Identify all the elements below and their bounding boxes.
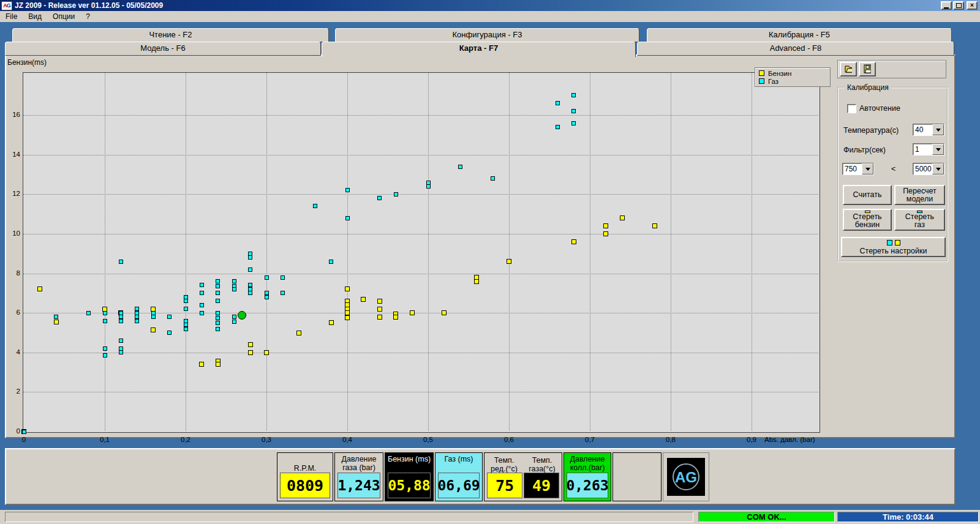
recalc-model-button[interactable]: Пересчет модели	[894, 185, 945, 205]
restore-button[interactable]	[953, 1, 964, 10]
legend-label: Бензин	[768, 70, 791, 77]
menu-item-options[interactable]: Опции	[47, 12, 80, 21]
legend-swatch-icon	[759, 78, 764, 84]
rpm-label: R.P.M.	[277, 453, 333, 473]
gas-pressure-cell: Давление газа (bar) 1,243	[334, 452, 383, 501]
temp-gas-value: 49	[524, 473, 559, 498]
gas-ms-value: 06,69	[438, 473, 480, 498]
svg-text:AG: AG	[675, 469, 697, 485]
manifold-pressure-value: 0,263	[567, 473, 608, 498]
close-button[interactable]: ×	[967, 1, 978, 10]
calibration-group-title: Калибрация	[845, 83, 891, 92]
minimize-icon	[944, 6, 949, 9]
benzin-color-icon	[895, 240, 900, 245]
gas-pressure-label: Давление газа (bar)	[335, 453, 383, 472]
tab-model-f6[interactable]: Модель - F6	[5, 42, 321, 56]
erase-settings-button[interactable]: Стереть настройки	[841, 237, 946, 257]
tab-calibration-f5[interactable]: Калибрация - F5	[647, 28, 952, 42]
temperature-select[interactable]: 40	[913, 124, 944, 136]
restore-icon	[956, 3, 962, 8]
open-file-button[interactable]	[840, 62, 857, 77]
menu-item-file[interactable]: File	[0, 12, 23, 21]
gas-ms-label: Газ (ms)	[435, 453, 482, 463]
chevron-down-icon[interactable]	[862, 163, 873, 174]
legend-swatch-icon	[759, 70, 764, 76]
open-folder-icon	[845, 64, 852, 74]
erase-benzin-button[interactable]: Стереть бензин	[843, 209, 892, 231]
telemetry-panel: R.P.M. 0809 Давление газа (bar) 1,243 Бе…	[5, 448, 956, 505]
chart-legend: БензинГаз	[755, 67, 831, 87]
filter-select[interactable]: 1	[913, 143, 944, 155]
tab-reading-f2[interactable]: Чтение - F2	[12, 28, 329, 42]
save-floppy-icon	[864, 64, 871, 74]
rpm-range-separator: <	[891, 165, 895, 173]
window-title: JZ 2009 - Release ver 01.12.05 - 05/05/2…	[15, 1, 163, 10]
temperature-cell: Темп. ред.(°c) Темп. газа(°c) 75 49	[484, 452, 562, 501]
gas-color-icon	[887, 240, 892, 245]
menu-item-view[interactable]: Вид	[23, 12, 47, 21]
autoread-label: Авточтение	[859, 104, 900, 113]
temp-gas-label: Темп. газа(°c)	[524, 454, 560, 473]
rpm-cell: R.P.M. 0809	[277, 452, 333, 501]
filter-label: Фильтр(сек)	[843, 146, 886, 154]
save-button[interactable]	[859, 62, 876, 77]
menu-item-help[interactable]: ?	[80, 12, 96, 21]
status-bar: COM OK... Time: 0:03:44	[0, 510, 980, 524]
chevron-down-icon[interactable]	[932, 163, 944, 174]
gas-pressure-value: 1,243	[337, 473, 380, 498]
tab-advanced-f8[interactable]: Advanced - F8	[637, 42, 954, 56]
temp-reducer-value: 75	[487, 473, 522, 498]
status-segment-empty	[5, 512, 693, 522]
spare-cell	[612, 452, 662, 501]
legend-row: Бензин	[759, 69, 830, 77]
logo-cell: AG	[663, 452, 709, 501]
calibration-group: Калибрация Авточтение Температура(с) 40 …	[837, 87, 948, 262]
legend-label: Газ	[768, 78, 778, 85]
manifold-pressure-label: Давление колл.(bar)	[564, 453, 611, 472]
app-icon: AG	[1, 1, 12, 10]
chevron-down-icon[interactable]	[932, 144, 944, 155]
rpm-value: 0809	[280, 473, 330, 498]
time-status: Time: 0:03:44	[837, 512, 979, 522]
minimize-button[interactable]	[941, 1, 952, 10]
gas-ms-cell: Газ (ms) 06,69	[435, 452, 483, 501]
com-status: COM OK...	[698, 512, 835, 522]
chart-plot-area	[23, 72, 820, 433]
legend-row: Газ	[759, 77, 830, 85]
read-button[interactable]: Считать	[843, 185, 892, 205]
autoread-checkbox[interactable]	[847, 104, 856, 113]
temp-reducer-label: Темп. ред.(°c)	[486, 454, 522, 473]
y-axis-title: Бензин(ms)	[7, 58, 47, 67]
temperature-label: Температура(с)	[843, 126, 899, 135]
ag-logo: AG	[667, 458, 705, 496]
chevron-down-icon[interactable]	[932, 124, 944, 135]
manifold-pressure-cell: Давление колл.(bar) 0,263	[564, 452, 611, 501]
tab-config-f3[interactable]: Конфигурация - F3	[335, 28, 639, 42]
menu-bar: FileВидОпции?	[0, 11, 980, 22]
benzin-ms-label: Бензин (ms)	[385, 453, 433, 463]
title-bar: AG JZ 2009 - Release ver 01.12.05 - 05/0…	[0, 0, 980, 11]
rpm-low-select[interactable]: 750	[842, 163, 874, 175]
erase-gas-button[interactable]: Стереть газ	[894, 209, 945, 231]
rpm-high-select[interactable]: 5000	[913, 163, 944, 175]
file-toolbar	[837, 60, 946, 78]
benzin-ms-cell: Бензин (ms) 05,88	[385, 452, 434, 501]
benzin-ms-value: 05,88	[388, 473, 431, 498]
tab-map-f7[interactable]: Карта - F7	[322, 42, 636, 57]
